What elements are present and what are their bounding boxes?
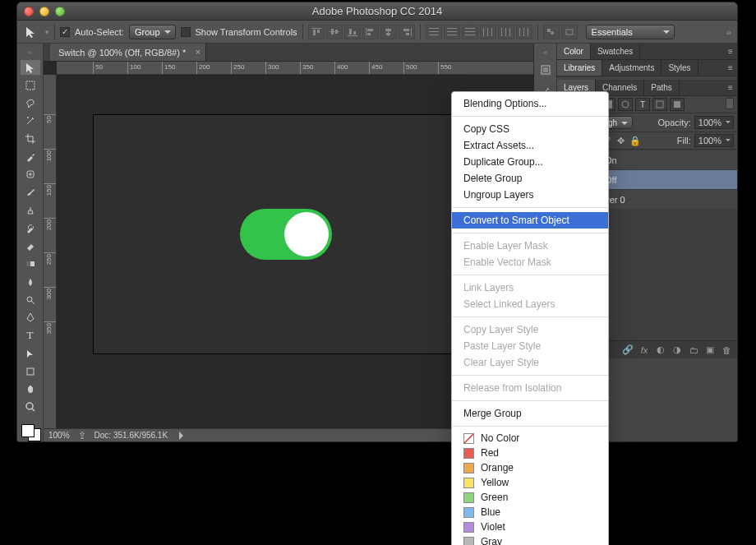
menu-item[interactable]: Merge Group <box>452 405 608 422</box>
foreground-color[interactable] <box>21 424 35 437</box>
menu-item-color[interactable]: Orange <box>452 460 608 475</box>
ruler-vertical[interactable]: 50100150200250300350 <box>44 75 57 428</box>
menu-item-color[interactable]: Yellow <box>452 475 608 490</box>
fill-value[interactable]: 100% <box>694 134 734 147</box>
color-swatches[interactable] <box>20 423 41 441</box>
svg-rect-1 <box>313 30 316 35</box>
ruler-horizontal[interactable]: 50100150200250300350400450500550 <box>57 62 533 75</box>
auto-select-checkbox[interactable] <box>60 27 70 37</box>
marquee-tool[interactable] <box>21 78 40 93</box>
panel-menu-button[interactable]: ≡ <box>724 80 737 95</box>
eyedropper-tool[interactable] <box>21 150 40 164</box>
menu-item[interactable]: Ungroup Layers <box>452 187 608 203</box>
svg-rect-5 <box>335 30 338 34</box>
svg-line-52 <box>464 434 473 443</box>
filter-adjustment-icon[interactable] <box>618 98 633 111</box>
dist-top-button[interactable] <box>426 25 442 39</box>
menu-item[interactable]: Blending Options... <box>452 95 608 112</box>
align-right-button[interactable] <box>399 25 415 39</box>
auto-select-dropdown[interactable]: Group <box>129 25 176 39</box>
menu-item[interactable]: Delete Group <box>452 170 608 187</box>
dodge-tool[interactable] <box>21 293 40 307</box>
gradient-tool[interactable] <box>21 256 40 271</box>
hand-tool[interactable] <box>21 382 40 397</box>
menu-item[interactable]: Convert to Smart Object <box>452 212 608 229</box>
menu-item-color[interactable]: Green <box>452 490 608 505</box>
dist-v-button[interactable] <box>444 25 460 39</box>
zoom-level[interactable]: 100% <box>48 431 70 440</box>
menu-item[interactable]: Copy CSS <box>452 121 608 137</box>
move-tool-preset-icon[interactable] <box>22 24 40 40</box>
menu-item-color[interactable]: No Color <box>452 431 608 446</box>
workspace-dropdown[interactable]: Essentials <box>586 25 675 39</box>
pen-tool[interactable] <box>21 311 40 326</box>
history-brush-tool[interactable] <box>21 221 40 236</box>
panel-menu-button[interactable]: ≡ <box>724 44 737 59</box>
tab-color[interactable]: Color <box>557 44 591 59</box>
dist-h-button[interactable] <box>498 25 514 39</box>
new-layer-icon[interactable]: ▣ <box>704 344 716 356</box>
shape-tool[interactable] <box>21 364 40 379</box>
auto-align-button[interactable] <box>543 25 560 39</box>
layer-mask-icon[interactable]: ◐ <box>655 344 666 356</box>
menu-item: Enable Layer Mask <box>452 238 608 254</box>
lock-all-icon[interactable]: 🔒 <box>629 135 641 146</box>
panel-menu-button[interactable]: ≡ <box>724 60 737 76</box>
menu-item-color[interactable]: Gray <box>452 534 608 545</box>
align-left-button[interactable] <box>362 25 379 39</box>
document-tab[interactable]: Switch @ 100% (Off, RGB/8#) * × <box>50 44 206 61</box>
dist-bottom-button[interactable] <box>462 25 478 39</box>
eraser-tool[interactable] <box>21 239 40 254</box>
expand-options-button[interactable]: » <box>726 25 732 39</box>
tab-paths[interactable]: Paths <box>644 80 680 95</box>
healing-brush-tool[interactable] <box>21 168 40 182</box>
filter-toggle[interactable] <box>726 98 734 109</box>
tab-swatches[interactable]: Swatches <box>591 44 640 59</box>
dist-left-button[interactable] <box>480 25 496 39</box>
show-transform-checkbox[interactable] <box>181 27 191 37</box>
menu-item[interactable]: Extract Assets... <box>452 137 608 154</box>
brush-tool[interactable] <box>21 185 40 200</box>
canvas[interactable] <box>93 114 479 354</box>
filter-shape-icon[interactable] <box>652 98 667 111</box>
path-selection-tool[interactable] <box>21 346 40 361</box>
filter-type-icon[interactable]: T <box>635 98 650 111</box>
dist-right-button[interactable] <box>516 25 532 39</box>
align-hcenter-button[interactable] <box>380 25 397 39</box>
menu-item-color[interactable]: Red <box>452 446 608 460</box>
move-tool[interactable] <box>21 60 40 75</box>
filter-smart-icon[interactable] <box>670 98 685 111</box>
color-swatch-icon <box>463 492 474 503</box>
align-top-button[interactable] <box>308 25 325 39</box>
group-layers-icon[interactable]: 🗀 <box>688 344 699 356</box>
tab-styles[interactable]: Styles <box>662 60 698 76</box>
zoom-tool[interactable] <box>21 400 40 414</box>
crop-tool[interactable] <box>21 132 40 146</box>
clone-stamp-tool[interactable] <box>21 203 40 218</box>
menu-item[interactable]: Duplicate Group... <box>452 154 608 170</box>
auto-select-label: Auto-Select: <box>75 27 124 37</box>
adjustment-layer-icon[interactable]: ◑ <box>671 344 683 356</box>
tab-adjustments[interactable]: Adjustments <box>602 60 662 76</box>
type-tool[interactable]: T <box>21 328 40 343</box>
window-title: Adobe Photoshop CC 2014 <box>17 5 737 17</box>
link-layers-icon[interactable]: 🔗 <box>622 344 634 356</box>
menu-item-color[interactable]: Violet <box>452 520 608 534</box>
menu-item-color[interactable]: Blue <box>452 505 608 520</box>
share-icon[interactable]: ⇪ <box>78 430 86 441</box>
lasso-tool[interactable] <box>21 96 40 111</box>
delete-layer-icon[interactable]: 🗑 <box>721 344 732 356</box>
status-menu-button[interactable] <box>179 432 187 440</box>
3d-mode-button[interactable] <box>561 25 578 39</box>
blur-tool[interactable] <box>21 275 40 289</box>
lock-position-icon[interactable]: ✥ <box>615 135 626 146</box>
layer-style-icon[interactable]: fx <box>638 344 650 356</box>
history-panel-icon[interactable] <box>537 62 555 78</box>
opacity-value[interactable]: 100% <box>694 116 734 129</box>
close-tab-button[interactable]: × <box>196 47 201 57</box>
align-bottom-button[interactable] <box>344 25 361 39</box>
tab-libraries[interactable]: Libraries <box>557 60 602 76</box>
color-label: Yellow <box>481 476 509 489</box>
align-vcenter-button[interactable] <box>326 25 343 39</box>
magic-wand-tool[interactable] <box>21 113 40 128</box>
